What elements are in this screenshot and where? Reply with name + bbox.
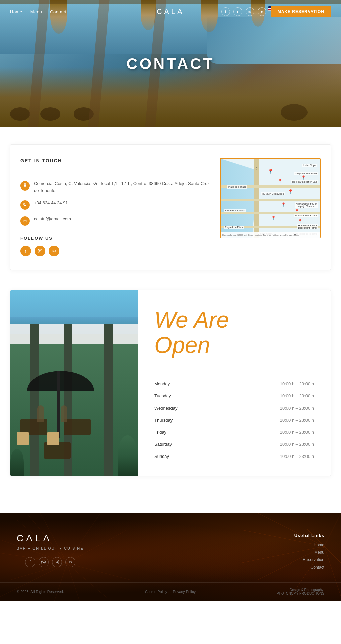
contact-phone: +34 634 44 24 91 bbox=[34, 200, 68, 206]
contact-divider bbox=[20, 170, 61, 170]
hours-day: Thursday bbox=[154, 418, 173, 423]
privacy-policy-link[interactable]: Privacy Policy bbox=[173, 590, 196, 594]
footer-social: f ✉ bbox=[17, 557, 84, 567]
email-icon: ✉ bbox=[20, 216, 30, 226]
hours-day: Saturday bbox=[154, 442, 172, 447]
hours-row: Friday 10:00 h – 23:00 h bbox=[154, 426, 314, 438]
hours-time: 10:00 h – 23:00 h bbox=[280, 454, 314, 459]
hours-row: Monday 10:00 h – 23:00 h bbox=[154, 378, 314, 390]
follow-us-title: FOLLOW US bbox=[20, 236, 210, 241]
nav-email-icon[interactable]: ✉ bbox=[246, 7, 254, 16]
footer-link-contact[interactable]: Contact bbox=[294, 565, 324, 570]
open-title: We Are Open bbox=[154, 307, 314, 358]
footer-links-title: Useful Links bbox=[294, 533, 324, 538]
contact-title: GET IN TOUCH bbox=[20, 158, 210, 163]
social-icons: f ✉ bbox=[20, 246, 210, 256]
main-content: GET IN TOUCH Comercial Costa, C. Valenci… bbox=[0, 127, 341, 513]
footer: CALA BAR ● CHILL OUT ● CUISINE f ✉ bbox=[0, 513, 341, 601]
contact-email: calatnf@gmail.com bbox=[34, 216, 71, 222]
hours-time: 10:00 h – 23:00 h bbox=[280, 381, 314, 386]
footer-logo-area: CALA BAR ● CHILL OUT ● CUISINE f ✉ bbox=[17, 533, 84, 567]
open-divider bbox=[154, 368, 314, 368]
hours-day: Tuesday bbox=[154, 393, 171, 398]
contact-address-item: Comercial Costa, C. Valencia, s/n, local… bbox=[20, 180, 210, 194]
instagram-icon[interactable] bbox=[35, 246, 45, 256]
phone-icon bbox=[20, 200, 30, 210]
hours-day: Sunday bbox=[154, 454, 169, 459]
hours-time: 10:00 h – 23:00 h bbox=[280, 393, 314, 398]
map-container[interactable]: TF-1 📍 📍 📍 📍 📍 📍 📍 📍 Hotel Playa Guayarm… bbox=[220, 158, 321, 238]
nav-logo: CALA bbox=[157, 7, 184, 16]
hours-day: Monday bbox=[154, 381, 170, 386]
hours-row: Thursday 10:00 h – 23:00 h bbox=[154, 414, 314, 426]
open-image bbox=[10, 290, 138, 476]
footer-content: CALA BAR ● CHILL OUT ● CUISINE f ✉ bbox=[0, 513, 341, 582]
footer-link-menu[interactable]: Menu bbox=[294, 550, 324, 555]
footer-whatsapp-icon[interactable] bbox=[39, 557, 49, 567]
hours-time: 10:00 h – 23:00 h bbox=[280, 406, 314, 411]
footer-facebook-icon[interactable]: f bbox=[25, 557, 35, 567]
hours-table: Monday 10:00 h – 23:00 h Tuesday 10:00 h… bbox=[154, 378, 314, 462]
nav-facebook-icon[interactable]: f bbox=[221, 7, 230, 16]
nav-location-icon[interactable]: ● bbox=[258, 7, 266, 16]
hours-day: Wednesday bbox=[154, 406, 177, 411]
footer-policies: Cookie Policy Privacy Policy bbox=[145, 590, 196, 594]
nav-contact[interactable]: Contact bbox=[50, 9, 66, 14]
facebook-icon[interactable]: f bbox=[20, 246, 31, 256]
navbar: Home Menu Contact CALA f ● ✉ ● MAKE RESE… bbox=[0, 0, 341, 23]
contact-address: Comercial Costa, C. Valencia, s/n, local… bbox=[34, 180, 210, 194]
hero-title: CONTACT bbox=[126, 55, 214, 73]
hours-day: Friday bbox=[154, 430, 166, 435]
email-social-icon[interactable]: ✉ bbox=[49, 246, 59, 256]
footer-email-icon[interactable]: ✉ bbox=[65, 557, 75, 567]
footer-credit: Design & Photography:PHOTONOMY PRODUCTIO… bbox=[277, 588, 324, 595]
footer-logo: CALA bbox=[17, 533, 84, 544]
nav-instagram-icon[interactable]: ● bbox=[233, 7, 242, 16]
reservation-button[interactable]: MAKE RESERVATION bbox=[271, 6, 331, 17]
nav-right: f ● ✉ ● MAKE RESERVATION bbox=[221, 6, 331, 17]
hours-time: 10:00 h – 23:00 h bbox=[280, 442, 314, 447]
hours-row: Tuesday 10:00 h – 23:00 h bbox=[154, 390, 314, 402]
footer-instagram-icon[interactable] bbox=[52, 557, 62, 567]
open-content: We Are Open Monday 10:00 h – 23:00 h Tue… bbox=[138, 290, 331, 476]
footer-links: Useful Links HomeMenuReservationContact bbox=[294, 533, 324, 572]
hours-row: Wednesday 10:00 h – 23:00 h bbox=[154, 402, 314, 414]
open-section: We Are Open Monday 10:00 h – 23:00 h Tue… bbox=[10, 290, 331, 476]
contact-email-item: ✉ calatnf@gmail.com bbox=[20, 216, 210, 226]
contact-phone-item: +34 634 44 24 91 bbox=[20, 200, 210, 210]
cookie-policy-link[interactable]: Cookie Policy bbox=[145, 590, 167, 594]
address-icon bbox=[20, 181, 30, 191]
nav-links: Home Menu Contact bbox=[10, 9, 66, 14]
contact-section: GET IN TOUCH Comercial Costa, C. Valenci… bbox=[10, 144, 331, 270]
hours-row: Sunday 10:00 h – 23:00 h bbox=[154, 450, 314, 462]
hours-time: 10:00 h – 23:00 h bbox=[280, 430, 314, 435]
hours-time: 10:00 h – 23:00 h bbox=[280, 418, 314, 423]
nav-home[interactable]: Home bbox=[10, 9, 22, 14]
footer-tagline: BAR ● CHILL OUT ● CUISINE bbox=[17, 546, 84, 550]
contact-info: GET IN TOUCH Comercial Costa, C. Valenci… bbox=[20, 158, 210, 256]
footer-copyright: © 2023. All Rights Reserved. bbox=[17, 590, 64, 594]
footer-bottom: © 2023. All Rights Reserved. Cookie Poli… bbox=[0, 582, 341, 601]
footer-link-reservation[interactable]: Reservation bbox=[294, 557, 324, 562]
hours-row: Saturday 10:00 h – 23:00 h bbox=[154, 438, 314, 450]
nav-social-icons: f ● ✉ ● bbox=[221, 7, 266, 16]
nav-menu[interactable]: Menu bbox=[30, 9, 42, 14]
footer-link-home[interactable]: Home bbox=[294, 543, 324, 547]
